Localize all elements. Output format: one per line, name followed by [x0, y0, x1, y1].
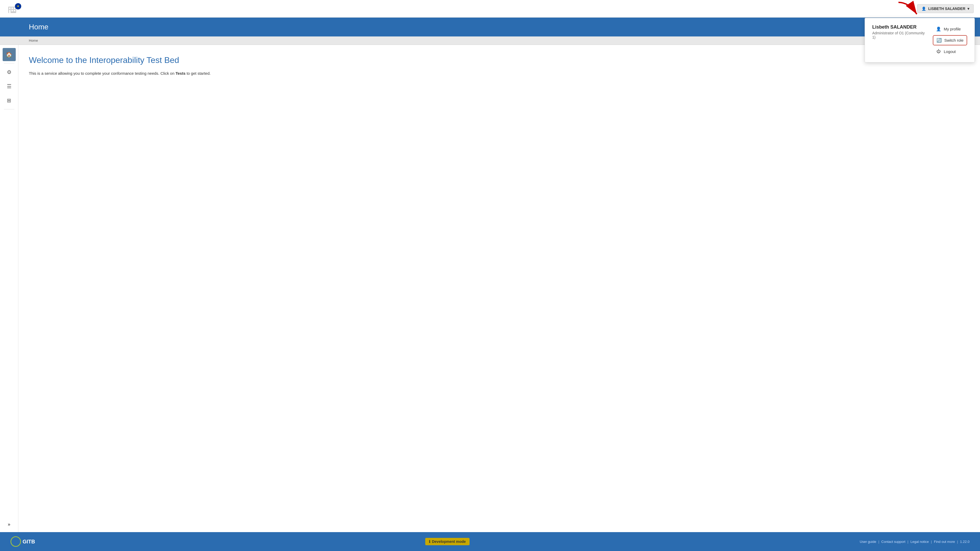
dev-mode-badge: ℹ Development mode	[425, 538, 469, 545]
sidebar-divider-1	[4, 63, 14, 64]
footer-link-version[interactable]: 1.22.0	[960, 540, 969, 544]
building-icon: ⊞	[7, 97, 11, 104]
eu-commission-logo: ★	[6, 2, 22, 15]
switch-role-icon: 🔄	[937, 38, 942, 43]
sidebar-item-settings[interactable]: ⚙	[3, 65, 16, 79]
footer-sep-2: |	[907, 540, 908, 544]
footer-sep-1: |	[878, 540, 879, 544]
switch-role-button[interactable]: 🔄 Switch role	[933, 35, 967, 45]
home-icon: 🏠	[6, 51, 12, 58]
logout-link[interactable]: ⏻ Logout	[933, 47, 967, 56]
svg-rect-1	[9, 8, 11, 9]
main-layout: 🏠 ⚙ ☰ ⊞ » Welcome to the Interoperabilit…	[0, 45, 980, 532]
my-profile-label: My profile	[944, 27, 961, 31]
header: ★ 👤 LISBETH SALANDER ▾	[0, 0, 980, 18]
footer: GITB ℹ Development mode User guide | Con…	[0, 532, 980, 551]
page-title: Home	[29, 23, 48, 31]
logout-label: Logout	[944, 49, 956, 54]
page-banner: Home	[0, 18, 980, 37]
svg-rect-3	[14, 8, 16, 9]
footer-link-contact-support[interactable]: Contact support	[881, 540, 905, 544]
header-logo: ★	[6, 2, 22, 15]
username-label: LISBETH SALANDER	[928, 6, 965, 11]
dev-mode-label: Development mode	[432, 540, 466, 544]
dropdown-user-role: Administrator of O1 (Community 1)	[872, 31, 929, 39]
footer-links: User guide | Contact support | Legal not…	[860, 540, 969, 544]
footer-link-find-out-more[interactable]: Find out more	[934, 540, 955, 544]
expand-icon: »	[8, 522, 10, 527]
dropdown-chevron-icon: ▾	[967, 6, 969, 11]
breadcrumb-text: Home	[29, 38, 38, 43]
dropdown-user-name: Lisbeth SALANDER	[872, 24, 929, 30]
footer-sep-3: |	[931, 540, 932, 544]
welcome-text: This is a service allowing you to comple…	[29, 70, 969, 76]
dev-mode-icon: ℹ	[429, 540, 430, 544]
switch-role-label: Switch role	[944, 38, 964, 43]
footer-sep-4: |	[957, 540, 958, 544]
welcome-text-prefix: This is a service allowing you to comple…	[29, 71, 175, 75]
footer-gitb-label: GITB	[22, 539, 35, 545]
main-content: Welcome to the Interoperability Test Bed…	[18, 45, 980, 532]
svg-text:★: ★	[17, 5, 19, 8]
footer-center: ℹ Development mode	[425, 538, 469, 545]
sidebar-item-home[interactable]: 🏠	[3, 48, 16, 61]
user-dropdown-panel: Lisbeth SALANDER Administrator of O1 (Co…	[865, 18, 975, 62]
footer-link-legal-notice[interactable]: Legal notice	[910, 540, 929, 544]
svg-rect-6	[14, 10, 16, 11]
footer-link-user-guide[interactable]: User guide	[860, 540, 876, 544]
settings-icon: ⚙	[7, 69, 11, 75]
dropdown-layout: Lisbeth SALANDER Administrator of O1 (Co…	[872, 24, 967, 56]
gitb-circle-logo	[11, 536, 21, 547]
sidebar-expand-button[interactable]: »	[3, 519, 16, 529]
sidebar-item-building[interactable]: ⊞	[3, 94, 16, 107]
my-profile-link[interactable]: 👤 My profile	[933, 24, 967, 33]
svg-rect-4	[9, 10, 11, 13]
user-icon: 👤	[921, 6, 926, 11]
tests-link[interactable]: Tests	[175, 71, 185, 75]
dropdown-user-info: Lisbeth SALANDER Administrator of O1 (Co…	[872, 24, 929, 45]
welcome-text-suffix: to get started.	[186, 71, 211, 75]
logout-icon: ⏻	[936, 49, 941, 54]
svg-rect-2	[11, 8, 13, 9]
dropdown-menu-items: 👤 My profile 🔄 Switch role ⏻ Logout	[933, 24, 967, 56]
sidebar-item-list[interactable]: ☰	[3, 80, 16, 93]
svg-rect-5	[11, 10, 13, 11]
breadcrumb: Home	[0, 37, 980, 45]
user-menu-button[interactable]: 👤 LISBETH SALANDER ▾	[917, 4, 974, 13]
sidebar: 🏠 ⚙ ☰ ⊞ »	[0, 45, 18, 532]
welcome-title: Welcome to the Interoperability Test Bed	[29, 55, 969, 65]
list-icon: ☰	[7, 83, 11, 89]
profile-icon: 👤	[936, 27, 941, 32]
footer-logo: GITB	[11, 536, 35, 547]
